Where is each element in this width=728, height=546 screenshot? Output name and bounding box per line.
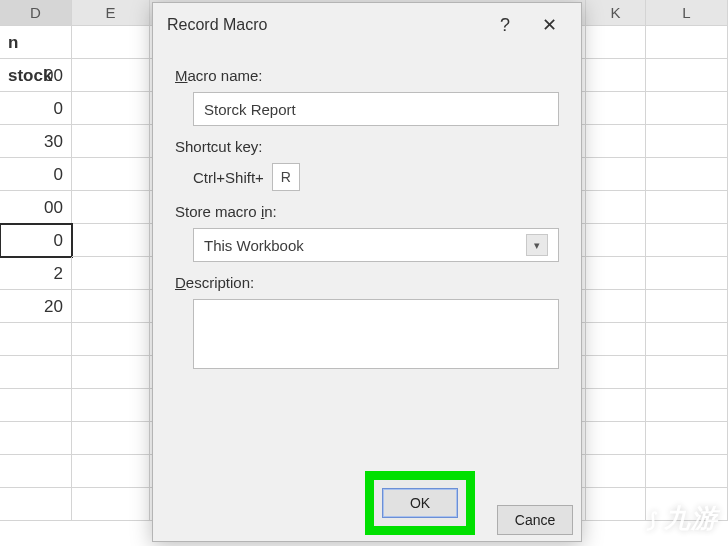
shortcut-key-label: Shortcut key: <box>175 138 559 155</box>
column-header-K[interactable]: K <box>586 0 646 25</box>
cell-active[interactable]: 0 <box>0 224 72 257</box>
chevron-down-icon[interactable]: ▾ <box>526 234 548 256</box>
column-header-E[interactable]: E <box>72 0 150 25</box>
cell-value[interactable]: 20 <box>0 290 72 323</box>
cell-value[interactable]: 00 <box>0 59 72 92</box>
help-button[interactable]: ? <box>483 3 527 47</box>
cell-value[interactable]: 30 <box>0 125 72 158</box>
cell-value[interactable]: 00 <box>0 191 72 224</box>
ok-button[interactable]: OK <box>382 488 458 518</box>
close-button[interactable]: ✕ <box>527 3 571 47</box>
shortcut-prefix: Ctrl+Shift+ <box>193 169 264 186</box>
store-macro-label: Store macro in: <box>175 203 559 220</box>
cell-value[interactable]: 0 <box>0 92 72 125</box>
store-macro-select[interactable]: This Workbook ▾ <box>193 228 559 262</box>
dialog-titlebar: Record Macro ? ✕ <box>153 3 581 47</box>
ok-highlight: OK <box>365 471 475 535</box>
watermark-logo: ⟆ 九游 <box>647 501 718 536</box>
macro-name-input[interactable]: Storck Report <box>193 92 559 126</box>
cell-header[interactable]: n stock <box>0 26 72 59</box>
cell-value[interactable]: 2 <box>0 257 72 290</box>
cell-value[interactable]: 0 <box>0 158 72 191</box>
record-macro-dialog: Record Macro ? ✕ Macro name: Storck Repo… <box>152 2 582 542</box>
cancel-button[interactable]: Cance <box>497 505 573 535</box>
description-label: Description: <box>175 274 559 291</box>
column-header-D[interactable]: D <box>0 0 72 25</box>
column-header-L[interactable]: L <box>646 0 728 25</box>
shortcut-key-input[interactable]: R <box>272 163 300 191</box>
dialog-title: Record Macro <box>167 16 483 34</box>
description-input[interactable] <box>193 299 559 369</box>
macro-name-label: Macro name: <box>175 67 559 84</box>
store-macro-value: This Workbook <box>204 237 526 254</box>
